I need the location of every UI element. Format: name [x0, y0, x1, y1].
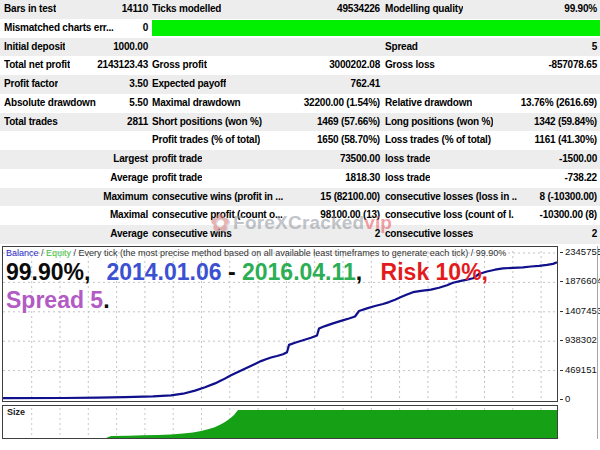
- size-label: Size: [7, 407, 25, 417]
- text-segment: 2014.01.06: [106, 259, 221, 285]
- y-axis-label: 1876604: [565, 275, 600, 286]
- y-axis-label: 0: [565, 393, 570, 404]
- balance-chart-panel: Balance / Equity / Every tick (the most …: [2, 246, 558, 402]
- y-axis-label: 1407453: [565, 305, 600, 316]
- text-segment: 2016.04.11: [242, 259, 356, 285]
- table-row: Absolute drawdown5.50Maximal drawdown322…: [0, 94, 600, 113]
- y-axis-label: 469151: [565, 364, 597, 375]
- stat-value: 15 (82100.00): [152, 188, 380, 207]
- stat-value: -10300.00 (8): [385, 206, 597, 225]
- stat-value: 1161 (41.30%): [385, 131, 597, 150]
- stat-value: Average: [0, 169, 148, 188]
- watermark-suffix: vip: [364, 212, 391, 234]
- table-row: Profit factor3.50Expected payoff762.41: [0, 75, 600, 94]
- table-row: Averageprofit trade1818.30loss trade-738…: [0, 169, 600, 188]
- text-segment: Risk 10%,: [381, 259, 488, 285]
- text-segment: /: [39, 248, 47, 258]
- stat-value: Maximum: [0, 188, 148, 207]
- stat-value: 73500.00: [152, 150, 380, 169]
- stat-value: 762.41: [152, 75, 380, 94]
- size-chart-panel: Size: [2, 405, 558, 439]
- report-table: Bars in test14110Ticks modelled49534226M…: [0, 0, 600, 244]
- chart-annotation: 99.90%,2014.01.06 - 2016.04.11, Risk 10%…: [6, 258, 556, 314]
- right-edge-divider: [597, 246, 598, 439]
- stat-value: 5.50: [0, 94, 148, 113]
- text-segment: -: [222, 259, 242, 285]
- watermark-text: ForeXCracked: [233, 212, 364, 234]
- watermark: ✿ ForeXCrackedvip: [210, 211, 392, 235]
- stat-value: 1818.30: [152, 169, 380, 188]
- table-row: Initial deposit1000.00Spread5: [0, 38, 600, 57]
- stat-value: 1342 (59.84%): [385, 113, 597, 132]
- size-bars: [3, 406, 557, 438]
- stat-value: -1500.00: [385, 150, 597, 169]
- y-axis-label: 938302: [565, 334, 597, 345]
- stat-value: Maximal: [0, 206, 148, 225]
- pinwheel-logo-icon: ✿: [210, 211, 230, 235]
- stat-value: Largest: [0, 150, 148, 169]
- stat-value: 49534226: [152, 0, 380, 19]
- text-segment: Equity: [46, 248, 71, 258]
- stat-value: 32200.00 (1.54%): [152, 94, 380, 113]
- stat-value: 3000202.08: [152, 56, 380, 75]
- stat-value: 2143123.43: [0, 56, 148, 75]
- table-row: Largestprofit trade73500.00loss trade-15…: [0, 150, 600, 169]
- text-segment: Balance: [6, 248, 39, 258]
- stat-value: 5: [385, 38, 597, 57]
- table-row: Total net profit2143123.43Gross profit30…: [0, 56, 600, 75]
- stat-value: -738.22: [385, 169, 597, 188]
- y-axis-labels: 2345755187660414074539383024691510: [561, 246, 600, 406]
- stat-value: 0: [0, 19, 148, 38]
- stat-value: 1000.00: [0, 38, 148, 57]
- stat-value: 2811: [0, 113, 148, 132]
- stat-value: 1650 (58.70%): [152, 131, 380, 150]
- stat-value: 1469 (57.66%): [152, 113, 380, 132]
- text-segment: .: [103, 287, 109, 313]
- modelling-quality-bar: [152, 20, 600, 36]
- backtest-report: Bars in test14110Ticks modelled49534226M…: [0, 0, 600, 450]
- stat-value: 8 (-10300.00): [385, 188, 597, 207]
- table-row: Profit trades (% of total)1650 (58.70%)L…: [0, 131, 600, 150]
- text-segment: ,: [356, 259, 369, 285]
- table-row: Maximumconsecutive wins (profit in ...15…: [0, 188, 600, 207]
- table-row: Bars in test14110Ticks modelled49534226M…: [0, 0, 600, 19]
- stat-value: Average: [0, 225, 148, 244]
- text-segment: Spread 5: [6, 287, 103, 313]
- table-row: Mismatched charts err...0: [0, 19, 600, 38]
- text-segment: / Every tick (the most precise method ba…: [71, 248, 506, 258]
- stat-value: 14110: [0, 0, 148, 19]
- stat-value: 2: [385, 225, 597, 244]
- stat-value: -857078.65: [385, 56, 597, 75]
- text-segment: 99.90%,: [6, 259, 90, 285]
- stat-value: 3.50: [0, 75, 148, 94]
- stat-value: 99.90%: [385, 0, 597, 19]
- y-axis-label: 2345755: [565, 246, 600, 257]
- stat-value: 13.76% (2616.69): [385, 94, 597, 113]
- table-row: Total trades2811Short positions (won %)1…: [0, 113, 600, 132]
